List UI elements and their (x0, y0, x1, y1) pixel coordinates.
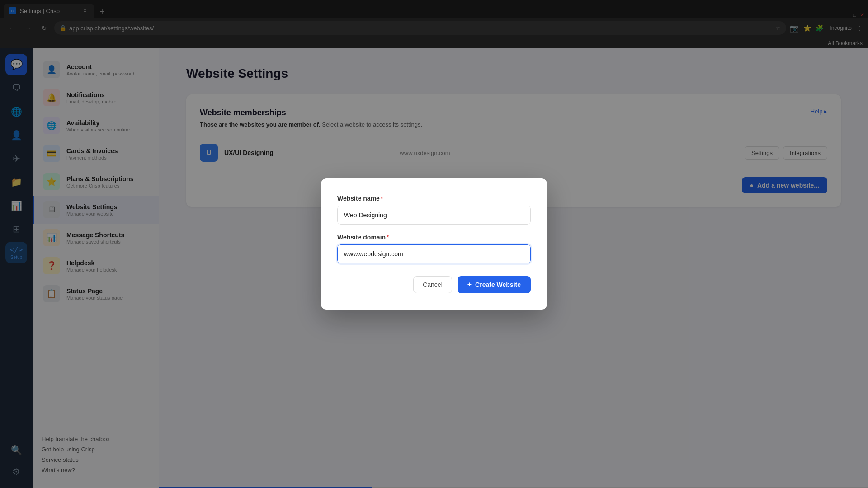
website-domain-label: Website domain* (337, 234, 531, 241)
create-label: Create Website (475, 281, 521, 288)
modal-actions: Cancel + Create Website (337, 276, 531, 293)
website-name-input[interactable] (337, 206, 531, 225)
website-name-label: Website name* (337, 195, 531, 202)
website-domain-input[interactable] (337, 244, 531, 263)
modal-overlay[interactable]: Website name* Website domain* Cancel + C… (0, 0, 868, 488)
create-website-button[interactable]: + Create Website (458, 276, 531, 293)
cancel-button[interactable]: Cancel (413, 276, 452, 293)
website-domain-field: Website domain* (337, 234, 531, 263)
create-icon: + (467, 281, 472, 289)
website-name-field: Website name* (337, 195, 531, 225)
create-website-modal: Website name* Website domain* Cancel + C… (321, 178, 547, 310)
